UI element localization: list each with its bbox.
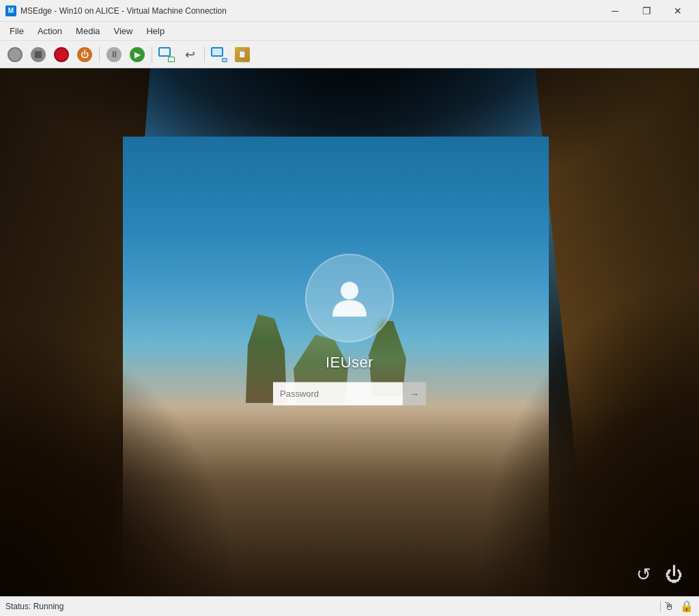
close-button[interactable]: ✕ [662,0,694,22]
status-right-icons: 🖱 🔒 [664,600,694,613]
app-icon-label: M [8,7,14,14]
window-controls: ─ ❐ ✕ [599,0,694,22]
app-icon: M [5,5,16,16]
tb-checkpoint-button[interactable] [51,44,72,66]
tb-power-button[interactable] [4,44,26,66]
title-bar: M MSEdge - Win10 on ALICE - Virtual Mach… [0,0,699,22]
tb-settings-button[interactable]: 📋 [231,44,253,66]
password-input[interactable] [273,382,403,405]
status-bar: Status: Running 🖱 🔒 [0,596,699,615]
toolbar-separator-1 [99,46,100,63]
tb-start-button[interactable]: ▶ [126,44,148,66]
window-title: MSEdge - Win10 on ALICE - Virtual Machin… [20,6,599,16]
mouse-icon: 🖱 [664,600,674,613]
toolbar-separator-2 [152,46,152,63]
tb-pause-button[interactable]: ⏸ [103,44,125,66]
menu-media[interactable]: Media [69,23,106,39]
status-bar-divider [660,601,661,612]
toolbar-separator-3 [204,46,205,63]
restore-button[interactable]: ❐ [631,0,662,22]
vm-display[interactable]: IEUser → ↺ ⏻ [0,68,699,596]
password-row: → [273,382,426,405]
menu-file[interactable]: File [3,23,31,39]
minimize-button[interactable]: ─ [599,0,631,22]
menu-view[interactable]: View [107,23,140,39]
menu-help[interactable]: Help [139,23,171,39]
submit-arrow-icon: → [410,388,419,399]
tb-stop-button[interactable] [27,44,49,66]
toolbar: ⏻ ⏸ ▶ ↩ 📋 [0,41,699,68]
menu-bar: File Action Media View Help [0,22,699,41]
vm-shutdown-icon[interactable]: ⏻ [665,564,683,585]
cave-bottom-right [460,255,699,596]
tb-connect-button[interactable] [156,44,177,66]
login-overlay: IEUser → [273,253,426,405]
cave-bottom-left [0,323,239,596]
vm-restart-icon[interactable]: ↺ [636,564,651,585]
menu-action[interactable]: Action [31,23,69,39]
lock-icon: 🔒 [680,600,694,613]
username-label: IEUser [326,353,373,371]
svg-point-0 [341,281,358,299]
status-text: Status: Running [5,602,657,611]
user-avatar-circle [305,253,394,342]
user-avatar-icon [326,274,373,322]
tb-resources-button[interactable] [208,44,230,66]
tb-revert-button[interactable]: ⏻ [74,44,96,66]
password-submit-button[interactable]: → [403,382,426,405]
tb-undo-button[interactable]: ↩ [179,44,201,66]
vm-bottom-controls: ↺ ⏻ [636,564,683,585]
